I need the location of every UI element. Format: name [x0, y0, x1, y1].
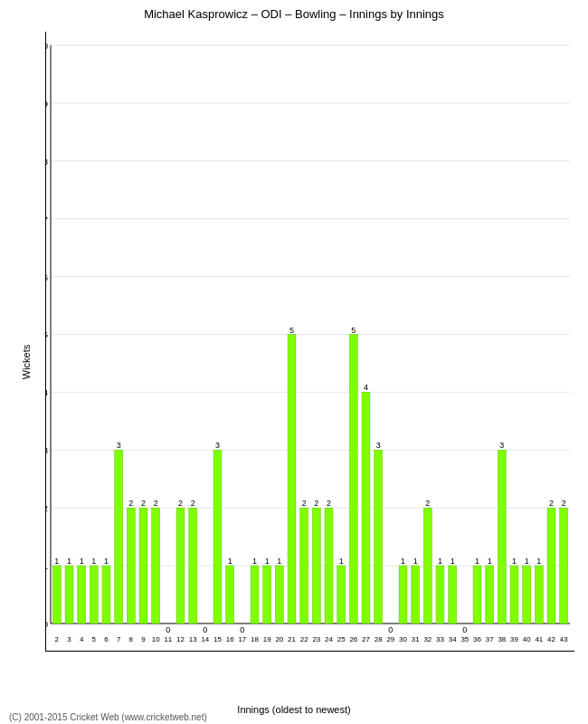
svg-text:10: 10: [46, 41, 48, 51]
svg-rect-79: [300, 508, 308, 624]
svg-text:5: 5: [289, 326, 294, 335]
svg-text:4: 4: [80, 635, 84, 643]
chart-svg: 0123456789101213141516372829210011212213…: [46, 32, 574, 651]
svg-text:2: 2: [46, 503, 48, 513]
svg-rect-73: [275, 566, 283, 624]
svg-text:2: 2: [191, 499, 195, 508]
svg-rect-85: [325, 508, 333, 624]
svg-text:4: 4: [364, 383, 368, 392]
svg-text:5: 5: [351, 326, 356, 335]
svg-text:2: 2: [154, 499, 158, 508]
svg-text:2: 2: [327, 499, 331, 508]
svg-text:5: 5: [92, 635, 97, 643]
svg-text:1: 1: [536, 557, 541, 566]
svg-text:29: 29: [386, 635, 394, 643]
svg-text:1: 1: [67, 557, 71, 566]
svg-rect-88: [337, 566, 346, 624]
svg-text:1: 1: [413, 557, 418, 566]
svg-text:2: 2: [562, 499, 566, 508]
svg-text:23: 23: [312, 635, 320, 643]
svg-text:19: 19: [263, 635, 271, 643]
svg-text:3: 3: [215, 441, 220, 450]
svg-text:18: 18: [251, 635, 259, 643]
svg-rect-125: [498, 450, 506, 624]
svg-rect-140: [560, 508, 568, 624]
svg-text:25: 25: [337, 635, 346, 643]
svg-text:0: 0: [166, 625, 170, 634]
svg-text:1: 1: [91, 557, 96, 566]
svg-text:8: 8: [46, 157, 48, 167]
svg-rect-119: [473, 566, 481, 624]
svg-text:34: 34: [449, 635, 457, 643]
svg-text:30: 30: [399, 635, 407, 643]
chart-container: Michael Kasprowicz – ODI – Bowling – Inn…: [0, 0, 588, 724]
svg-text:1: 1: [80, 557, 84, 566]
svg-rect-37: [115, 450, 123, 624]
svg-rect-28: [78, 566, 86, 624]
svg-rect-128: [510, 566, 518, 624]
svg-text:22: 22: [300, 635, 308, 643]
svg-text:12: 12: [176, 635, 185, 643]
chart-title: Michael Kasprowicz – ODI – Bowling – Inn…: [0, 0, 588, 24]
svg-rect-122: [486, 566, 494, 624]
svg-text:39: 39: [510, 635, 518, 643]
svg-text:2: 2: [128, 499, 133, 508]
svg-text:27: 27: [362, 635, 370, 643]
svg-text:8: 8: [129, 635, 134, 643]
svg-text:1: 1: [104, 557, 109, 566]
svg-text:28: 28: [375, 635, 383, 643]
svg-text:6: 6: [104, 635, 109, 643]
svg-text:26: 26: [349, 635, 357, 643]
svg-text:33: 33: [436, 635, 444, 643]
svg-text:1: 1: [512, 557, 517, 566]
svg-text:2: 2: [55, 635, 60, 643]
y-axis-label: Wickets: [21, 345, 32, 380]
svg-text:41: 41: [535, 635, 543, 643]
svg-text:1: 1: [228, 557, 232, 566]
svg-text:9: 9: [141, 635, 146, 643]
svg-text:1: 1: [488, 557, 492, 566]
svg-text:37: 37: [486, 635, 494, 643]
svg-text:1: 1: [475, 557, 479, 566]
svg-rect-54: [189, 508, 197, 624]
svg-text:1: 1: [277, 557, 281, 566]
svg-text:3: 3: [499, 441, 504, 450]
svg-text:2: 2: [302, 499, 307, 508]
svg-rect-97: [375, 450, 383, 624]
svg-text:3: 3: [376, 441, 381, 450]
footer: (C) 2001-2015 Cricket Web (www.cricketwe…: [9, 712, 207, 722]
svg-text:3: 3: [46, 445, 48, 455]
svg-text:2: 2: [178, 499, 183, 508]
svg-rect-108: [423, 508, 432, 624]
svg-text:20: 20: [275, 635, 283, 643]
svg-text:1: 1: [252, 557, 257, 566]
svg-text:0: 0: [388, 625, 393, 634]
svg-text:38: 38: [498, 635, 506, 643]
svg-text:0: 0: [46, 619, 48, 629]
svg-rect-34: [102, 566, 110, 624]
svg-rect-137: [547, 508, 555, 624]
svg-text:15: 15: [213, 635, 222, 643]
svg-text:1: 1: [54, 557, 59, 566]
svg-text:1: 1: [46, 561, 48, 571]
svg-text:35: 35: [460, 635, 469, 643]
svg-text:7: 7: [46, 214, 48, 224]
svg-rect-111: [436, 566, 444, 624]
svg-text:17: 17: [238, 635, 246, 643]
svg-rect-70: [263, 566, 271, 624]
svg-rect-40: [127, 508, 135, 624]
svg-text:21: 21: [288, 635, 296, 643]
svg-text:2: 2: [141, 499, 146, 508]
svg-rect-102: [399, 566, 407, 624]
svg-text:6: 6: [46, 272, 48, 282]
svg-rect-62: [226, 566, 234, 624]
svg-text:0: 0: [240, 625, 244, 634]
svg-rect-82: [312, 508, 320, 624]
svg-rect-51: [176, 508, 185, 624]
svg-text:1: 1: [339, 557, 344, 566]
svg-rect-134: [535, 566, 543, 624]
svg-text:11: 11: [164, 635, 172, 643]
svg-text:10: 10: [152, 635, 160, 643]
svg-rect-91: [349, 335, 357, 624]
svg-text:1: 1: [438, 557, 442, 566]
